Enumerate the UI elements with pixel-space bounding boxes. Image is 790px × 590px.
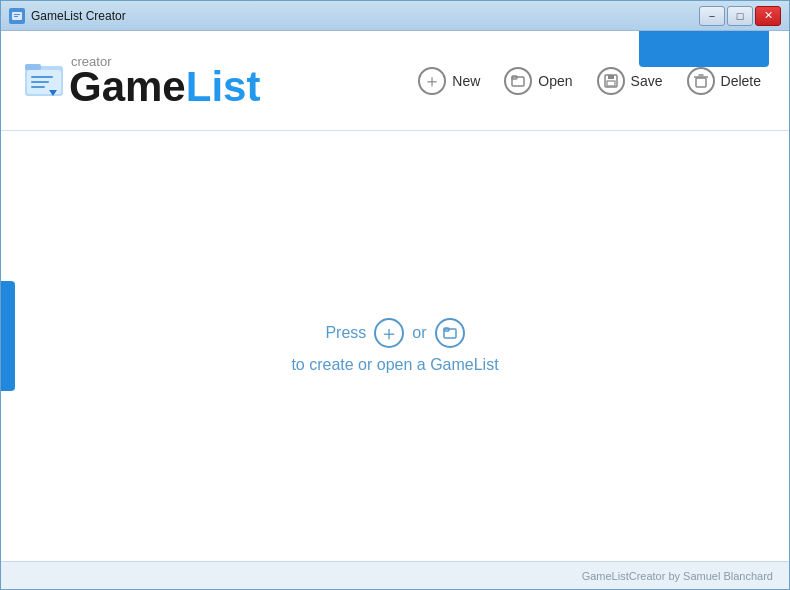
save-icon xyxy=(597,67,625,95)
delete-icon xyxy=(687,67,715,95)
minimize-button[interactable]: − xyxy=(699,6,725,26)
logo-icon xyxy=(21,56,69,104)
save-button[interactable]: Save xyxy=(589,63,671,99)
hint-line1: Press ＋ or xyxy=(325,318,464,348)
left-bar-accent xyxy=(1,281,15,391)
open-button[interactable]: Open xyxy=(496,63,580,99)
toolbar: ＋ New Open xyxy=(410,63,769,99)
app-icon xyxy=(9,8,25,24)
delete-label: Delete xyxy=(721,73,761,89)
new-icon: ＋ xyxy=(418,67,446,95)
hint-new-icon: ＋ xyxy=(374,318,404,348)
footer: GameListCreator by Samuel Blanchard xyxy=(1,561,789,589)
delete-button[interactable]: Delete xyxy=(679,63,769,99)
logo-area: creator GameList xyxy=(21,55,260,106)
new-label: New xyxy=(452,73,480,89)
logo-text: creator GameList xyxy=(69,55,260,106)
svg-rect-6 xyxy=(31,76,53,78)
press-label: Press xyxy=(325,324,366,342)
main-content: Press ＋ or to create or open a GameList xyxy=(1,131,789,561)
header: creator GameList ＋ New xyxy=(1,31,789,131)
title-bar: GameList Creator − □ ✕ xyxy=(1,1,789,31)
svg-rect-14 xyxy=(607,81,615,86)
svg-rect-8 xyxy=(31,86,45,88)
logo-game-label: Game xyxy=(69,63,186,110)
open-icon xyxy=(504,67,532,95)
maximize-button[interactable]: □ xyxy=(727,6,753,26)
hint-area: Press ＋ or to create or open a GameList xyxy=(291,318,498,374)
main-window: GameList Creator − □ ✕ xyxy=(0,0,790,590)
open-label: Open xyxy=(538,73,572,89)
svg-rect-1 xyxy=(14,14,20,15)
save-label: Save xyxy=(631,73,663,89)
svg-rect-4 xyxy=(25,64,41,70)
header-accent xyxy=(639,31,769,67)
svg-rect-2 xyxy=(14,16,18,17)
close-button[interactable]: ✕ xyxy=(755,6,781,26)
title-bar-text: GameList Creator xyxy=(31,9,699,23)
footer-text: GameListCreator by Samuel Blanchard xyxy=(582,570,773,582)
new-button[interactable]: ＋ New xyxy=(410,63,488,99)
left-bar xyxy=(1,131,19,561)
hint-open-icon xyxy=(435,318,465,348)
logo-list-label: List xyxy=(186,63,261,110)
svg-rect-15 xyxy=(696,78,706,87)
hint-action-label: to create or open a GameList xyxy=(291,356,498,374)
window-controls: − □ ✕ xyxy=(699,6,781,26)
svg-rect-13 xyxy=(608,75,614,79)
or-label: or xyxy=(412,324,426,342)
svg-rect-7 xyxy=(31,81,49,83)
